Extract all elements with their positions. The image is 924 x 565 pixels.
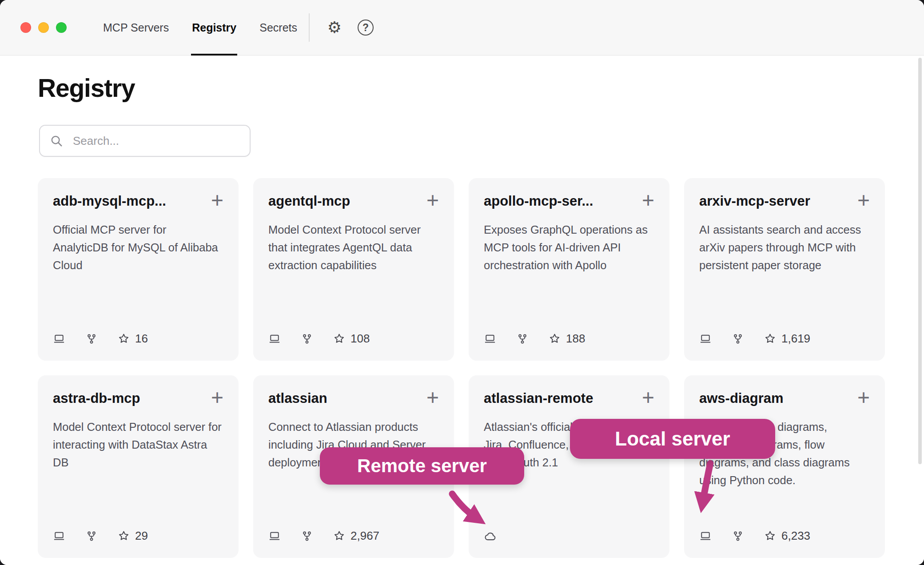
laptop-icon xyxy=(699,530,712,542)
star-count: 1,619 xyxy=(764,332,810,346)
star-icon xyxy=(333,333,345,345)
star-count-value: 108 xyxy=(350,332,370,346)
help-icon: ? xyxy=(358,20,374,36)
star-icon xyxy=(764,333,776,345)
help-button[interactable]: ? xyxy=(353,15,378,40)
plus-icon: + xyxy=(857,386,870,409)
plus-icon: + xyxy=(211,386,223,409)
minimize-window-button[interactable] xyxy=(38,22,49,33)
laptop-icon xyxy=(53,530,65,542)
server-card-agentql-mcp[interactable]: agentql-mcp + Model Context Protocol ser… xyxy=(253,178,454,361)
card-footer: 16 xyxy=(53,332,223,346)
card-footer: 29 xyxy=(53,529,223,543)
zoom-window-button[interactable] xyxy=(56,22,67,33)
scrollbar-thumb[interactable] xyxy=(918,58,922,464)
remote-server-callout: Remote server xyxy=(320,447,524,485)
star-count: 16 xyxy=(118,332,148,346)
server-description: Exposes GraphQL operations as MCP tools … xyxy=(484,221,654,274)
star-count: 29 xyxy=(118,529,148,543)
header-divider xyxy=(309,13,310,42)
window-titlebar: MCP Servers Registry Secrets ⚙ ? xyxy=(0,0,924,56)
header-actions: ⚙ ? xyxy=(322,0,378,55)
server-description: Model Context Protocol server for intera… xyxy=(53,418,223,471)
fork-icon xyxy=(732,333,744,345)
main-nav: MCP Servers Registry Secrets xyxy=(92,0,309,55)
app-window: MCP Servers Registry Secrets ⚙ ? Registr… xyxy=(0,0,924,565)
add-server-button[interactable]: + xyxy=(853,193,870,207)
card-footer: 108 xyxy=(268,332,439,346)
fork-icon xyxy=(86,530,97,542)
server-description: AI assistants search and access arXiv pa… xyxy=(699,221,870,274)
card-footer: 6,233 xyxy=(699,529,870,543)
server-card-adb-mysql-mcp[interactable]: adb-mysql-mcp... + Official MCP server f… xyxy=(38,178,239,361)
search-box xyxy=(39,125,251,157)
server-card-grid: adb-mysql-mcp... + Official MCP server f… xyxy=(38,178,924,558)
server-name: apollo-mcp-ser... xyxy=(484,193,593,209)
server-description: Official MCP server for AnalyticDB for M… xyxy=(53,221,223,274)
add-server-button[interactable]: + xyxy=(637,193,654,207)
gear-icon: ⚙ xyxy=(327,20,342,36)
tab-secrets[interactable]: Secrets xyxy=(248,0,309,55)
server-name: arxiv-mcp-server xyxy=(699,193,810,209)
add-server-button[interactable]: + xyxy=(853,390,870,405)
star-count-value: 6,233 xyxy=(781,529,810,543)
star-count-value: 29 xyxy=(135,529,148,543)
card-footer: 1,619 xyxy=(699,332,870,346)
server-name: adb-mysql-mcp... xyxy=(53,193,166,209)
star-icon xyxy=(333,530,345,542)
fork-icon xyxy=(301,530,313,542)
card-footer: 2,967 xyxy=(268,529,439,543)
fork-icon xyxy=(732,530,744,542)
plus-icon: + xyxy=(642,386,654,409)
close-window-button[interactable] xyxy=(20,22,31,33)
card-footer: 188 xyxy=(484,332,654,346)
server-card-arxiv-mcp-server[interactable]: arxiv-mcp-server + AI assistants search … xyxy=(684,178,885,361)
laptop-icon xyxy=(268,333,281,345)
tab-mcp-servers[interactable]: MCP Servers xyxy=(92,0,180,55)
laptop-icon xyxy=(268,530,281,542)
plus-icon: + xyxy=(857,188,870,212)
traffic-lights xyxy=(0,0,67,55)
plus-icon: + xyxy=(426,386,439,409)
fork-icon xyxy=(517,333,528,345)
local-server-callout: Local server xyxy=(570,419,775,459)
star-icon xyxy=(549,333,561,345)
server-card-astra-db-mcp[interactable]: astra-db-mcp + Model Context Protocol se… xyxy=(38,375,239,558)
plus-icon: + xyxy=(426,188,439,212)
star-icon xyxy=(118,530,130,542)
add-server-button[interactable]: + xyxy=(422,390,439,405)
fork-icon xyxy=(301,333,313,345)
cloud-icon xyxy=(484,529,497,543)
star-count: 2,967 xyxy=(333,529,379,543)
server-name: agentql-mcp xyxy=(268,193,350,209)
plus-icon: + xyxy=(642,188,654,212)
star-count: 6,233 xyxy=(764,529,810,543)
star-count-value: 1,619 xyxy=(781,332,810,346)
star-count-value: 16 xyxy=(135,332,148,346)
server-name: atlassian-remote xyxy=(484,390,593,406)
settings-button[interactable]: ⚙ xyxy=(322,15,347,40)
star-icon xyxy=(118,333,130,345)
plus-icon: + xyxy=(211,188,223,212)
star-count-value: 2,967 xyxy=(350,529,379,543)
add-server-button[interactable]: + xyxy=(207,390,223,405)
tab-registry[interactable]: Registry xyxy=(180,0,248,55)
server-description: Model Context Protocol server that integ… xyxy=(268,221,439,274)
search-input[interactable] xyxy=(39,125,251,157)
star-count: 188 xyxy=(549,332,585,346)
server-name: atlassian xyxy=(268,390,327,406)
laptop-icon xyxy=(53,333,65,345)
server-name: aws-diagram xyxy=(699,390,784,406)
laptop-icon xyxy=(484,333,496,345)
add-server-button[interactable]: + xyxy=(422,193,439,207)
registry-page: Registry adb-mysql-mcp... + Official MCP… xyxy=(0,56,924,565)
laptop-icon xyxy=(699,333,712,345)
card-footer xyxy=(484,529,654,543)
add-server-button[interactable]: + xyxy=(207,193,223,207)
server-name: astra-db-mcp xyxy=(53,390,140,406)
star-count-value: 188 xyxy=(566,332,585,346)
star-icon xyxy=(764,530,776,542)
server-card-apollo-mcp-server[interactable]: apollo-mcp-ser... + Exposes GraphQL oper… xyxy=(469,178,669,361)
add-server-button[interactable]: + xyxy=(637,390,654,405)
server-card-aws-diagram[interactable]: aws-diagram + Generate AWS diagrams, seq… xyxy=(684,375,885,558)
